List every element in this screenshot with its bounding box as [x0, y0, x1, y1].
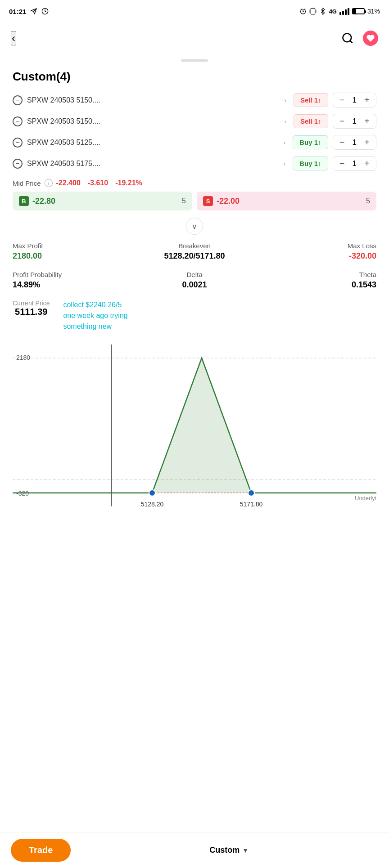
- svg-point-15: [248, 490, 254, 496]
- profit-loss-chart: 5128.20 5171.80 2180 -320 Underlying: [13, 340, 376, 511]
- current-price-label: Current Price: [13, 300, 50, 307]
- leg-2-qty-val: 1: [351, 117, 358, 126]
- heart-icon: [366, 34, 375, 42]
- leg-1-chevron[interactable]: ›: [284, 97, 286, 104]
- stats-section: Max Profit 2180.00 Breakeven 5128.20/517…: [13, 242, 376, 290]
- status-bar: 01:21 4G 31%: [0, 0, 389, 22]
- legs-list: SPXW 240503 5150.... › Sell 1↑ − 1 + SPX…: [13, 93, 376, 171]
- delta-stat: Delta 0.0021: [134, 271, 255, 290]
- leg-1-qty-plus[interactable]: +: [362, 95, 371, 105]
- status-time: 01:21: [9, 8, 49, 15]
- chart-section: Current Price 5111.39 collect $2240 26/5…: [13, 300, 376, 511]
- profit-prob-val: 14.89%: [13, 280, 134, 290]
- nav-bar: ‹: [0, 22, 389, 54]
- back-button[interactable]: ‹: [11, 31, 16, 45]
- breakeven-val: 5128.20/5171.80: [134, 251, 255, 261]
- remove-leg-1[interactable]: [13, 95, 23, 105]
- remove-leg-2[interactable]: [13, 116, 23, 126]
- vibrate-icon: [309, 8, 317, 15]
- leg-row: SPXW 240503 5150.... › Sell 1↑ − 1 +: [13, 93, 376, 107]
- leg-4-label: SPXW 240503 5175....: [27, 160, 279, 168]
- svg-text:5171.80: 5171.80: [240, 501, 263, 508]
- sell-price-qty: 5: [366, 197, 370, 205]
- leg-2-label: SPXW 240503 5150....: [27, 117, 280, 125]
- trade-button[interactable]: Trade: [11, 839, 71, 862]
- leg-2-qty-plus[interactable]: +: [362, 116, 371, 126]
- leg-4-qty-minus[interactable]: −: [338, 158, 347, 169]
- custom-tab[interactable]: Custom ▼: [80, 846, 378, 855]
- svg-text:Underlying: Underlying: [355, 495, 376, 501]
- dropdown-arrow-icon: ▼: [242, 847, 249, 854]
- sell-price-box[interactable]: S -22.00 5: [197, 192, 376, 210]
- buy-price-box[interactable]: B -22.80 5: [13, 192, 192, 210]
- leg-4-qty-val: 1: [351, 159, 358, 168]
- refresh-icon: [41, 8, 49, 15]
- main-content: Custom(4) SPXW 240503 5150.... › Sell 1↑…: [0, 65, 389, 515]
- mid-price-label: Mid Price i -22.400 -3.610 -19.21%: [13, 179, 376, 187]
- bluetooth-icon: [319, 8, 326, 15]
- max-loss-val: -320.00: [255, 251, 376, 261]
- svg-rect-4: [311, 8, 315, 14]
- alarm-icon: [299, 8, 307, 15]
- leg-4-chevron[interactable]: ›: [284, 160, 286, 167]
- svg-text:5128.20: 5128.20: [141, 501, 164, 508]
- svg-text:2180: 2180: [16, 354, 30, 361]
- max-loss-stat: Max Loss -320.00: [255, 242, 376, 261]
- svg-point-7: [343, 34, 352, 42]
- expand-section: ∨: [13, 218, 376, 235]
- delta-val: 0.0021: [134, 280, 255, 290]
- leg-4-qty-ctrl: − 1 +: [333, 156, 376, 171]
- battery-icon: [352, 8, 365, 14]
- location-icon: [31, 8, 37, 14]
- leg-3-action[interactable]: Buy 1↑: [293, 135, 328, 149]
- price-boxes: B -22.80 5 S -22.00 5: [13, 192, 376, 210]
- svg-point-14: [149, 490, 155, 496]
- leg-3-qty-plus[interactable]: +: [362, 137, 371, 148]
- stats-row-2: Profit Probability 14.89% Delta 0.0021 T…: [13, 271, 376, 290]
- signal-bars: [339, 8, 349, 15]
- leg-1-qty-minus[interactable]: −: [338, 95, 347, 105]
- leg-2-qty-minus[interactable]: −: [338, 116, 347, 126]
- leg-1-action[interactable]: Sell 1↑: [294, 93, 328, 107]
- expand-button[interactable]: ∨: [186, 218, 203, 235]
- leg-2-chevron[interactable]: ›: [284, 118, 286, 125]
- leg-1-qty-ctrl: − 1 +: [333, 93, 376, 107]
- svg-marker-13: [152, 358, 251, 493]
- buy-badge: B: [19, 196, 29, 206]
- breakeven-stat: Breakeven 5128.20/5171.80: [134, 242, 255, 261]
- leg-2-action[interactable]: Sell 1↑: [294, 114, 328, 128]
- theta-val: 0.1543: [255, 280, 376, 290]
- bottom-bar: Trade Custom ▼: [0, 832, 389, 868]
- price-section: Mid Price i -22.400 -3.610 -19.21% B -22…: [13, 179, 376, 210]
- svg-text:-320: -320: [16, 490, 29, 497]
- annotation-text: collect $2240 26/5 one week ago trying s…: [59, 300, 127, 332]
- svg-line-8: [350, 40, 352, 43]
- leg-row: SPXW 240503 5125.... › Buy 1↑ − 1 +: [13, 135, 376, 150]
- signal-text: 4G: [329, 8, 337, 15]
- leg-4-action[interactable]: Buy 1↑: [293, 157, 328, 170]
- current-price-display: Current Price 5111.39: [13, 300, 50, 317]
- leg-2-qty-ctrl: − 1 +: [333, 114, 376, 129]
- remove-leg-4[interactable]: [13, 159, 23, 169]
- info-icon[interactable]: i: [45, 179, 53, 187]
- buy-price-val: -22.80: [32, 197, 55, 206]
- page-title: Custom(4): [13, 70, 376, 84]
- mid-price-values: -22.400 -3.610 -19.21%: [56, 179, 142, 187]
- leg-1-label: SPXW 240503 5150....: [27, 96, 280, 104]
- max-profit-stat: Max Profit 2180.00: [13, 242, 134, 261]
- remove-leg-3[interactable]: [13, 138, 23, 148]
- leg-3-qty-minus[interactable]: −: [338, 137, 347, 148]
- status-indicators: 4G 31%: [299, 8, 380, 15]
- leg-3-qty-val: 1: [351, 138, 358, 147]
- battery-percent: 31%: [367, 8, 380, 15]
- leg-3-label: SPXW 240503 5125....: [27, 139, 279, 147]
- theta-stat: Theta 0.1543: [255, 271, 376, 290]
- sell-price-val: -22.00: [217, 197, 240, 206]
- profit-prob-stat: Profit Probability 14.89%: [13, 271, 134, 290]
- favorite-button[interactable]: [363, 31, 378, 46]
- leg-1-qty-val: 1: [351, 96, 358, 105]
- buy-price-qty: 5: [182, 197, 186, 205]
- leg-4-qty-plus[interactable]: +: [362, 158, 371, 169]
- leg-3-chevron[interactable]: ›: [284, 139, 286, 146]
- search-icon[interactable]: [341, 32, 354, 45]
